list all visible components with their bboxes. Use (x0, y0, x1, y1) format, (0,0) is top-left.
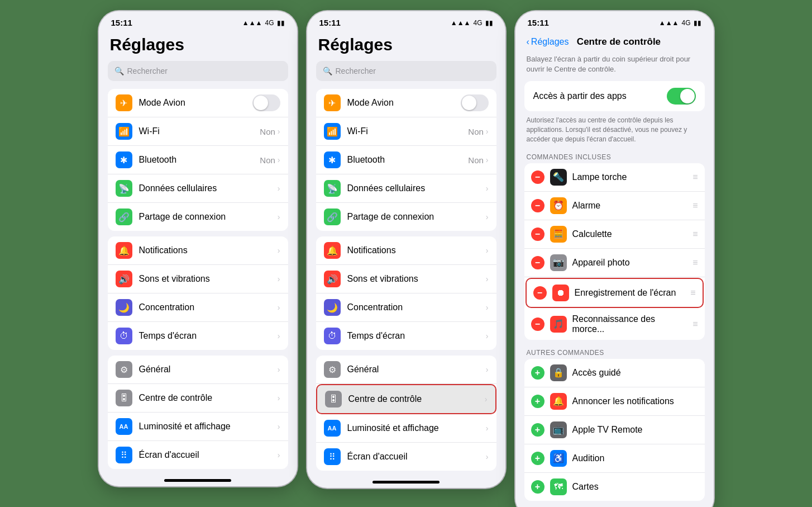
minus-calculette-icon[interactable]: − (531, 228, 544, 241)
access-toggle-switch[interactable] (667, 88, 696, 105)
general-label-1: Général (139, 364, 278, 375)
row-focus-2[interactable]: 🌙 Concentration › (316, 293, 496, 322)
row-bluetooth-2[interactable]: ✱ Bluetooth Non › (316, 146, 496, 174)
search-icon-1: 🔍 (114, 67, 124, 75)
access-toggle-section: Accès à partir des apps (524, 81, 705, 111)
row-hotspot-1[interactable]: 🔗 Partage de connexion › (108, 203, 288, 231)
cc-back-button[interactable]: ‹ Réglages (527, 37, 569, 47)
settings-group-1-notifications: 🔔 Notifications › 🔊 Sons et vibrations ›… (108, 236, 288, 350)
plus-hearing-icon[interactable]: + (531, 452, 544, 465)
drag-handle-calculette[interactable]: ≡ (692, 229, 698, 239)
row-wifi-1[interactable]: 📶 Wi-Fi Non › (108, 117, 288, 146)
camera-icon: 📷 (550, 254, 567, 271)
screenshots-container: 15:11 ▲▲▲ 4G ▮▮ Réglages 🔍 Rechercher ✈ … (88, 0, 725, 507)
battery-icon-3: ▮▮ (694, 19, 701, 27)
recording-icon: ⏺ (552, 285, 569, 301)
bluetooth-label-2: Bluetooth (347, 155, 469, 165)
row-wifi-2[interactable]: 📶 Wi-Fi Non › (316, 117, 496, 146)
cellular-chevron-2: › (486, 184, 489, 193)
settings-group-2-general: ⚙ Général › 🎛 Centre de contrôle › AA Lu… (316, 356, 496, 471)
row-mode-avion-2[interactable]: ✈ Mode Avion (316, 89, 496, 117)
status-time-1: 15:11 (111, 18, 132, 27)
row-focus-1[interactable]: 🌙 Concentration › (108, 293, 288, 322)
sounds-chevron-1: › (278, 274, 280, 283)
drag-handle-camera[interactable]: ≡ (692, 258, 698, 268)
cc-row-recording-highlighted[interactable]: − ⏺ Enregistrement de l'écran ≡ (526, 278, 704, 308)
settings-group-2-notifications: 🔔 Notifications › 🔊 Sons et vibrations ›… (316, 236, 496, 350)
phone-content-2: Réglages 🔍 Rechercher ✈ Mode Avion 📶 Wi-… (307, 31, 505, 476)
mode-avion-toggle-1[interactable] (252, 94, 280, 111)
row-sounds-1[interactable]: 🔊 Sons et vibrations › (108, 265, 288, 293)
status-icons-3: ▲▲▲ 4G ▮▮ (659, 19, 701, 27)
drag-handle-music[interactable]: ≡ (692, 319, 698, 329)
cc-top-description: Balayez l'écran à partir du coin supérie… (515, 51, 714, 81)
settings-title-1: Réglages (99, 31, 297, 61)
search-bar-1[interactable]: 🔍 Rechercher (108, 61, 288, 81)
homescreen-chevron-2: › (486, 452, 489, 461)
cellular-icon-2: 📡 (324, 180, 341, 197)
row-notifications-2[interactable]: 🔔 Notifications › (316, 236, 496, 265)
phone-frame-1: 15:11 ▲▲▲ 4G ▮▮ Réglages 🔍 Rechercher ✈ … (99, 11, 297, 486)
row-notifications-1[interactable]: 🔔 Notifications › (108, 236, 288, 265)
homescreen-label-2: Écran d'accueil (347, 452, 486, 462)
cc-row-music[interactable]: − 🎵 Reconnaissance des morce... ≡ (524, 309, 705, 340)
minus-lampe-icon[interactable]: − (531, 170, 544, 184)
row-screentime-2[interactable]: ⏱ Temps d'écran › (316, 322, 496, 350)
minus-music-icon[interactable]: − (531, 318, 544, 331)
row-hotspot-2[interactable]: 🔗 Partage de connexion › (316, 203, 496, 231)
controlcenter-chevron-1: › (278, 394, 280, 402)
screentime-icon-2: ⏱ (324, 328, 341, 344)
home-indicator-1 (164, 479, 231, 482)
alarme-icon: ⏰ (550, 197, 567, 214)
row-general-1[interactable]: ⚙ Général › (108, 356, 288, 384)
controlcenter-icon-2: 🎛 (325, 391, 342, 408)
wifi-icon-1: 📶 (116, 123, 132, 140)
drag-handle-alarme[interactable]: ≡ (692, 201, 698, 211)
row-homescreen-1[interactable]: ⠿ Écran d'accueil › (108, 441, 288, 469)
cellular-label-1: Données cellulaires (139, 183, 278, 193)
settings-group-2-connectivity: ✈ Mode Avion 📶 Wi-Fi Non › ✱ Bluetooth N… (316, 89, 496, 231)
drag-handle-lampe[interactable]: ≡ (692, 172, 698, 182)
cc-row-guided[interactable]: + 🔒 Accès guidé (524, 359, 705, 387)
cc-row-hearing[interactable]: + ♿ Audition (524, 444, 705, 473)
minus-camera-icon[interactable]: − (531, 256, 544, 269)
row-display-1[interactable]: AA Luminosité et affichage › (108, 413, 288, 441)
row-display-2[interactable]: AA Luminosité et affichage › (316, 414, 496, 443)
cc-row-lampe[interactable]: − 🔦 Lampe torche ≡ (524, 163, 705, 192)
row-controlcenter-2-highlighted[interactable]: 🎛 Centre de contrôle › (316, 384, 496, 414)
bluetooth-icon-1: ✱ (116, 151, 132, 168)
mode-avion-toggle-2[interactable] (461, 94, 489, 111)
settings-title-2: Réglages (307, 31, 505, 61)
cc-row-calculette[interactable]: − 🧮 Calculette ≡ (524, 220, 705, 249)
plus-guided-icon[interactable]: + (531, 366, 544, 380)
phone-content-3: ‹ Réglages Centre de contrôle Balayez l'… (515, 31, 714, 506)
cc-row-maps[interactable]: + 🗺 Cartes (524, 473, 705, 501)
row-controlcenter-1[interactable]: 🎛 Centre de contrôle › (108, 384, 288, 413)
row-homescreen-2[interactable]: ⠿ Écran d'accueil › (316, 443, 496, 471)
cc-row-appletv[interactable]: + 📺 Apple TV Remote (524, 416, 705, 444)
row-cellular-1[interactable]: 📡 Données cellulaires › (108, 174, 288, 203)
maps-label: Cartes (572, 482, 698, 492)
row-mode-avion-1[interactable]: ✈ Mode Avion (108, 89, 288, 117)
cc-row-announce[interactable]: + 🔔 Annoncer les notifications (524, 387, 705, 416)
general-label-2: Général (347, 364, 486, 375)
network-label-1: 4G (265, 19, 274, 27)
row-bluetooth-1[interactable]: ✱ Bluetooth Non › (108, 146, 288, 174)
search-bar-2[interactable]: 🔍 Rechercher (316, 61, 496, 81)
row-cellular-2[interactable]: 📡 Données cellulaires › (316, 174, 496, 203)
row-screentime-1[interactable]: ⏱ Temps d'écran › (108, 322, 288, 350)
cc-row-camera[interactable]: − 📷 Appareil photo ≡ (524, 249, 705, 277)
plus-appletv-icon[interactable]: + (531, 423, 544, 437)
wifi-label-2: Wi-Fi (347, 126, 469, 136)
focus-label-2: Concentration (347, 302, 486, 312)
row-sounds-2[interactable]: 🔊 Sons et vibrations › (316, 265, 496, 293)
cc-row-alarme[interactable]: − ⏰ Alarme ≡ (524, 192, 705, 220)
sounds-label-2: Sons et vibrations (347, 274, 486, 284)
drag-handle-recording[interactable]: ≡ (690, 288, 695, 298)
minus-recording-icon[interactable]: − (533, 286, 547, 300)
plus-maps-icon[interactable]: + (531, 480, 544, 494)
row-general-2[interactable]: ⚙ Général › (316, 356, 496, 384)
plus-announce-icon[interactable]: + (531, 395, 544, 408)
music-label: Reconnaissance des morce... (572, 314, 690, 334)
minus-alarme-icon[interactable]: − (531, 199, 544, 212)
